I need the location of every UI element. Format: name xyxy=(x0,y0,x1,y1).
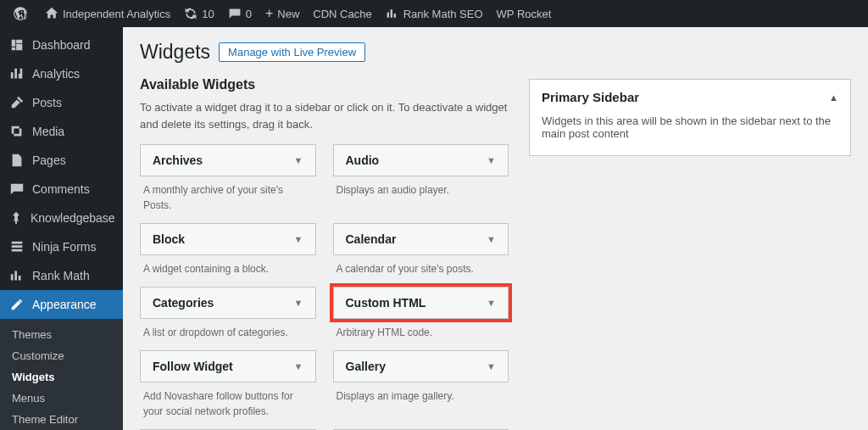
widget-name: Archives xyxy=(153,154,203,167)
primary-sidebar-desc: Widgets in this area will be shown in th… xyxy=(530,114,850,155)
chevron-down-icon: ▼ xyxy=(294,155,303,165)
refresh-icon xyxy=(184,7,198,20)
widget-cell: Follow Widget▼Add Novashare follow butto… xyxy=(140,350,316,421)
analytics-icon xyxy=(8,65,25,82)
sidebar-item-label: Ninja Forms xyxy=(32,240,96,254)
media-icon xyxy=(8,123,25,140)
widget-desc: Add Novashare follow buttons for your so… xyxy=(140,383,316,421)
submenu-widgets[interactable]: Widgets xyxy=(0,366,123,388)
sidebar-item-label: Pages xyxy=(32,154,66,167)
rankmath-icon xyxy=(8,267,25,284)
sidebar-item-rank-math[interactable]: Rank Math xyxy=(0,261,123,290)
site-name[interactable]: Independent Analytics xyxy=(38,0,177,27)
widget-desc: A monthly archive of your site's Posts. xyxy=(140,176,316,215)
rankmath-bar-icon xyxy=(386,7,399,20)
widget-follow-widget[interactable]: Follow Widget▼ xyxy=(140,350,316,383)
submenu-theme-editor[interactable]: Theme Editor xyxy=(0,409,123,430)
widget-calendar[interactable]: Calendar▼ xyxy=(333,223,509,255)
chevron-up-icon: ▲ xyxy=(829,92,838,103)
widget-archives[interactable]: Archives▼ xyxy=(140,144,316,176)
widget-name: Block xyxy=(153,232,185,246)
widget-name: Gallery xyxy=(346,360,386,373)
widget-block[interactable]: Block▼ xyxy=(140,223,316,255)
widget-desc: Displays an image gallery. xyxy=(333,383,509,405)
sidebar-item-comments[interactable]: Comments xyxy=(0,175,123,204)
admin-sidebar: Dashboard Analytics Posts Media Pages Co… xyxy=(0,27,123,430)
primary-sidebar-toggle[interactable]: Primary Sidebar ▲ xyxy=(530,80,850,114)
sidebar-item-label: Media xyxy=(32,125,64,138)
plus-icon: + xyxy=(265,7,273,20)
sidebar-item-dashboard[interactable]: Dashboard xyxy=(0,31,123,59)
highlight-box: Custom HTML▼ xyxy=(330,283,513,322)
widget-desc: Arbitrary HTML code. xyxy=(333,319,509,342)
cdn-cache[interactable]: CDN Cache xyxy=(306,0,378,27)
wordpress-icon xyxy=(14,7,27,20)
widget-cell: Calendar▼A calendar of your site's posts… xyxy=(333,223,509,278)
sidebar-item-label: Posts xyxy=(32,96,62,109)
chevron-down-icon: ▼ xyxy=(487,361,496,371)
widget-name: Audio xyxy=(346,154,380,167)
chevron-down-icon: ▼ xyxy=(487,298,496,308)
widget-categories[interactable]: Categories▼ xyxy=(140,287,316,319)
sidebar-item-posts[interactable]: Posts xyxy=(0,88,123,117)
widget-cell: Categories▼A list or dropdown of categor… xyxy=(140,287,316,342)
widget-desc: A list or dropdown of categories. xyxy=(140,319,316,342)
sidebar-item-label: Rank Math xyxy=(32,269,90,282)
home-icon xyxy=(45,7,58,20)
sidebar-item-label: Comments xyxy=(32,182,90,196)
sidebar-item-ninja-forms[interactable]: Ninja Forms xyxy=(0,232,123,261)
updates[interactable]: 10 xyxy=(177,0,220,27)
widget-cell: Archives▼A monthly archive of your site'… xyxy=(140,144,316,215)
chevron-down-icon: ▼ xyxy=(294,361,303,371)
sidebar-item-label: Knowledgebase xyxy=(31,211,115,225)
rank-math-seo[interactable]: Rank Math SEO xyxy=(379,0,490,27)
widget-cell: Gallery▼Displays an image gallery. xyxy=(333,350,509,421)
forms-icon xyxy=(8,238,25,255)
dashboard-icon xyxy=(8,36,25,53)
sidebar-item-appearance[interactable]: Appearance xyxy=(0,290,123,319)
comments-icon xyxy=(8,181,25,198)
sidebar-item-label: Analytics xyxy=(32,67,80,81)
widget-gallery[interactable]: Gallery▼ xyxy=(333,350,509,383)
available-widgets-column: Available Widgets To activate a widget d… xyxy=(140,75,509,430)
admin-bar: Independent Analytics 10 0 + New CDN Cac… xyxy=(0,0,868,27)
wp-rocket[interactable]: WP Rocket xyxy=(490,0,559,27)
submenu-themes[interactable]: Themes xyxy=(0,324,123,345)
posts-icon xyxy=(8,94,25,111)
chevron-down-icon: ▼ xyxy=(294,234,303,244)
sidebar-areas-column: Primary Sidebar ▲ Widgets in this area w… xyxy=(529,79,851,430)
widget-custom-html[interactable]: Custom HTML▼ xyxy=(333,287,509,319)
manage-live-preview-button[interactable]: Manage with Live Preview xyxy=(219,42,365,62)
widget-grid: Archives▼A monthly archive of your site'… xyxy=(140,144,509,430)
sidebar-item-label: Dashboard xyxy=(32,38,91,52)
chevron-down-icon: ▼ xyxy=(294,298,303,308)
pages-icon xyxy=(8,152,25,169)
widget-name: Calendar xyxy=(346,232,397,246)
sidebar-item-knowledgebase[interactable]: Knowledgebase xyxy=(0,204,123,232)
sidebar-item-pages[interactable]: Pages xyxy=(0,146,123,175)
submenu-menus[interactable]: Menus xyxy=(0,388,123,409)
widget-desc: Displays an audio player. xyxy=(333,176,509,199)
widget-name: Follow Widget xyxy=(153,360,233,373)
widget-desc: A widget containing a block. xyxy=(140,255,316,278)
widget-audio[interactable]: Audio▼ xyxy=(333,144,509,176)
new-content[interactable]: + New xyxy=(259,0,306,27)
chevron-down-icon: ▼ xyxy=(487,234,496,244)
widget-cell: Block▼A widget containing a block. xyxy=(140,223,316,278)
sidebar-item-analytics[interactable]: Analytics xyxy=(0,59,123,88)
widget-desc: A calendar of your site's posts. xyxy=(333,255,509,278)
sidebar-item-media[interactable]: Media xyxy=(0,117,123,146)
available-widgets-title: Available Widgets xyxy=(140,77,509,92)
submenu-customize[interactable]: Customize xyxy=(0,345,123,366)
widget-name: Categories xyxy=(153,296,214,310)
appearance-submenu: Themes Customize Widgets Menus Theme Edi… xyxy=(0,319,123,430)
pin-icon xyxy=(8,209,24,226)
page-title: Widgets Manage with Live Preview xyxy=(140,41,851,64)
sidebar-item-label: Appearance xyxy=(32,298,97,311)
appearance-icon xyxy=(8,296,25,313)
wp-logo[interactable] xyxy=(7,0,38,27)
comments[interactable]: 0 xyxy=(221,0,259,27)
available-widgets-desc: To activate a widget drag it to a sideba… xyxy=(140,99,509,132)
content-area: Widgets Manage with Live Preview Availab… xyxy=(123,27,868,430)
primary-sidebar-panel: Primary Sidebar ▲ Widgets in this area w… xyxy=(529,79,851,156)
